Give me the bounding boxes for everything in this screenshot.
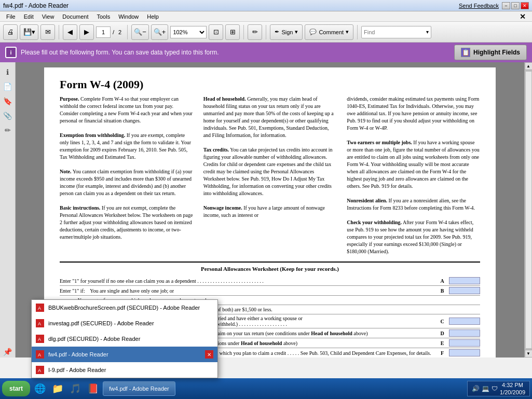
sidebar-attachments-icon[interactable]: 📎: [2, 110, 13, 121]
worksheet-title: Personal Allowances Worksheet: [201, 266, 279, 272]
sidebar-pages-icon[interactable]: 📄: [2, 81, 13, 92]
forward-button[interactable]: ▶: [79, 24, 94, 40]
sidebar-bookmarks-icon[interactable]: 🔖: [2, 95, 13, 107]
titlebar: fw4.pdf - Adobe Reader Send Feedback − □…: [0, 0, 532, 11]
popup-item-1[interactable]: A investag.pdf (SECURED) - Adobe Reader: [32, 315, 217, 331]
sidebar-info-icon[interactable]: ℹ: [2, 66, 13, 78]
note-text: You cannot claim exemption from withhold…: [60, 169, 192, 196]
svg-text:A: A: [38, 337, 41, 342]
highlight-fields-button[interactable]: 📋 Highlight Fields: [454, 45, 527, 60]
row-b-text: Enter "1" if: You are single and have on…: [60, 288, 438, 294]
start-label: start: [9, 385, 23, 392]
row-d-field[interactable]: [449, 329, 480, 337]
sidebar-pin-icon[interactable]: 📌: [2, 346, 13, 357]
popup-item-0[interactable]: A BBUKwebBrochureScreen.pdf (SECURED) - …: [32, 300, 217, 315]
taskbar-clock[interactable]: 4:32 PM 1/20/2009: [500, 381, 525, 396]
menu-window[interactable]: Window: [114, 12, 143, 21]
zoom-select[interactable]: 102%75%100%125%: [170, 26, 207, 38]
highlight-fields-icon: 📋: [461, 48, 470, 57]
app-title: fw4.pdf - Adobe Reader: [3, 2, 69, 9]
menu-edit[interactable]: Edit: [20, 12, 38, 21]
page-separator: /: [111, 29, 116, 35]
row-f-field[interactable]: [449, 349, 480, 356]
head-text: Generally, you may claim head of househo…: [203, 96, 334, 138]
notice-left: i Please fill out the following form. Yo…: [5, 47, 219, 58]
scrollbar[interactable]: ▲ ▼: [524, 62, 532, 357]
worksheet-subtitle: (Keep for your records.): [280, 266, 339, 272]
menu-help[interactable]: Help: [143, 12, 163, 21]
find-box: ▾: [361, 26, 431, 38]
row-e-field[interactable]: [449, 339, 480, 347]
fit-width-button[interactable]: ⊡: [209, 24, 223, 40]
speaker-icon[interactable]: 🔊: [472, 385, 480, 392]
row-f-letter: F: [438, 350, 447, 356]
fit-page-button[interactable]: ⊞: [225, 24, 240, 40]
popup-item-4-icon: A: [36, 366, 44, 374]
save-button[interactable]: 💾▾: [20, 24, 38, 40]
personal-allowances-worksheet: Personal Allowances Worksheet (Keep for …: [60, 262, 480, 272]
popup-item-2[interactable]: A dlg.pdf (SECURED) - Adobe Reader: [32, 331, 217, 347]
sidebar-edit-icon[interactable]: ✏: [2, 125, 13, 136]
purpose-text: Complete Form W-4 so that your employer …: [60, 96, 193, 123]
worksheet-row-b: Enter "1" if: You are single and have on…: [60, 286, 480, 296]
head-title: Head of household.: [203, 96, 246, 102]
svg-text:A: A: [38, 306, 41, 311]
email-button[interactable]: ✉: [40, 24, 55, 40]
taskbar-adobe-button[interactable]: fw4.pdf - Adobe Reader: [103, 381, 175, 396]
security-icon[interactable]: 🛡: [492, 385, 498, 392]
scroll-up-button[interactable]: ▲: [525, 62, 533, 70]
exempt-title: Exemption from withholding.: [60, 132, 125, 138]
tax-text: You can take projected tax credits into …: [203, 147, 333, 196]
restore-button[interactable]: □: [511, 2, 520, 9]
zoom-out-button[interactable]: 🔍−: [131, 24, 149, 40]
popup-item-3-close[interactable]: ✕: [205, 350, 213, 359]
worksheet-row-a: Enter "1" for yourself if no one else ca…: [60, 276, 480, 286]
popup-item-0-icon: A: [36, 304, 44, 312]
popup-item-4[interactable]: A I-9.pdf - Adobe Reader: [32, 362, 217, 378]
dividends-text: dividends, consider making estimated tax…: [347, 96, 479, 131]
close-button[interactable]: ✕: [521, 2, 529, 9]
row-a-field[interactable]: [449, 277, 480, 284]
find-input[interactable]: [364, 29, 426, 35]
row-c-field[interactable]: [449, 318, 480, 325]
network-icon[interactable]: 💻: [482, 385, 489, 392]
row-e-letter: E: [438, 340, 447, 346]
scroll-thumb[interactable]: [525, 71, 532, 349]
menu-tools[interactable]: Tools: [93, 12, 115, 21]
find-dropdown-icon[interactable]: ▾: [426, 29, 429, 35]
menu-file[interactable]: File: [2, 12, 20, 21]
form-title: Form W-4 (2009): [60, 78, 480, 91]
sidebar: ℹ 📄 🔖 📎 ✏ 📌: [0, 62, 16, 357]
taskbar-acrobat-icon[interactable]: 📕: [85, 381, 101, 396]
print-button[interactable]: 🖨: [3, 24, 18, 40]
select-tool-button[interactable]: ✏: [248, 24, 262, 40]
page-number-input[interactable]: 1: [96, 26, 111, 38]
row-b-field[interactable]: [449, 287, 480, 294]
menu-view[interactable]: View: [38, 12, 59, 21]
sign-button[interactable]: ✒ Sign ▾: [270, 24, 303, 40]
taskbar-folder-icon[interactable]: 📁: [50, 381, 65, 396]
send-feedback-link[interactable]: Send Feedback: [459, 3, 499, 9]
sep4: [266, 25, 266, 39]
zoom-in-button[interactable]: 🔍+: [151, 24, 169, 40]
minimize-button[interactable]: −: [502, 2, 510, 9]
form-col-1: Purpose. Complete Form W-4 so that your …: [60, 95, 193, 255]
menu-document[interactable]: Document: [58, 12, 92, 21]
form-columns: Purpose. Complete Form W-4 so that your …: [60, 95, 480, 255]
two-earners-title: Two earners or multiple jobs.: [347, 140, 412, 145]
basic-title: Basic instructions.: [60, 205, 100, 211]
comment-button[interactable]: 💬 Comment ▾: [305, 24, 353, 40]
svg-text:A: A: [38, 352, 41, 357]
taskbar-ie-icon[interactable]: 🌐: [32, 381, 48, 396]
popup-item-3[interactable]: A fw4.pdf - Adobe Reader ✕: [32, 347, 217, 362]
row-d-letter: D: [438, 331, 447, 336]
sign-icon: ✒: [275, 29, 279, 35]
close-x[interactable]: ✕: [515, 11, 530, 22]
popup-item-1-label: investag.pdf (SECURED) - Adobe Reader: [48, 320, 154, 326]
taskbar-media-icon[interactable]: 🎵: [67, 381, 83, 396]
scroll-down-button[interactable]: ▼: [525, 350, 533, 357]
back-button[interactable]: ◀: [63, 24, 77, 40]
popup-item-2-label: dlg.pdf (SECURED) - Adobe Reader: [48, 336, 140, 342]
tax-title: Tax credits.: [203, 147, 229, 153]
start-button[interactable]: start: [2, 381, 30, 396]
